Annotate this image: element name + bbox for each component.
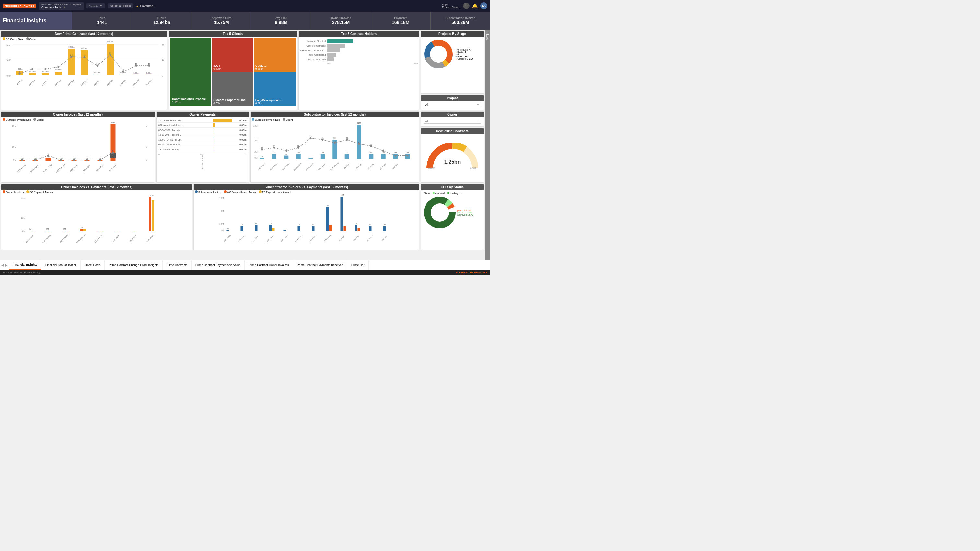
svg-text:16M: 16M	[12, 125, 16, 127]
svg-rect-131	[345, 154, 349, 159]
owner-payments-header: Owner Payments	[156, 112, 248, 117]
payment-row-1: 007 - American Infras... 0.02bn	[157, 123, 248, 128]
svg-rect-196	[100, 231, 103, 231]
help-icon[interactable]: ?	[463, 3, 469, 9]
filters-tab[interactable]: Filters	[485, 30, 490, 260]
sub-inv-legend: Current Payment Due Count	[250, 117, 419, 122]
svg-text:23: 23	[346, 137, 348, 139]
procore-logo: PROCORE | ANALYTICS	[3, 3, 36, 8]
svg-text:18: 18	[370, 143, 372, 145]
payment-row-2: 02-24-1999 - Aquariu... 0.00bn	[157, 128, 248, 132]
svg-rect-228	[312, 226, 315, 231]
svg-text:0M: 0M	[255, 157, 258, 159]
payment-row-4: 15091 - UT-RBRH Str... 0.00bn	[157, 137, 248, 142]
svg-rect-230	[326, 207, 329, 231]
tab-prime-cor[interactable]: Prime Cor	[347, 260, 369, 270]
svg-text:29: 29	[109, 52, 111, 54]
svg-text:13: 13	[135, 63, 137, 65]
svg-rect-201	[149, 197, 151, 231]
nav-breadcrumb[interactable]: Procore Analytics Demo Company Company T…	[39, 2, 84, 10]
svg-text:2024 Feb: 2024 Feb	[93, 79, 101, 86]
svg-rect-231	[329, 225, 332, 231]
svg-rect-122	[284, 156, 288, 159]
project-filter-header: Project	[421, 95, 484, 101]
svg-rect-225	[283, 230, 286, 231]
svg-text:2M: 2M	[255, 222, 257, 224]
svg-text:3: 3	[146, 125, 147, 127]
payment-bar-5	[213, 143, 232, 146]
svg-rect-220	[255, 225, 258, 231]
svg-rect-198	[117, 231, 120, 231]
svg-text:16M: 16M	[150, 194, 154, 196]
nav-portfolio[interactable]: Portfolio ▼	[86, 3, 105, 8]
svg-point-68	[430, 46, 447, 62]
subcontractor-invoices-card: Subcontractor Invoices (last 12 months) …	[250, 111, 419, 183]
terms-link[interactable]: Terms of Service	[3, 271, 22, 274]
svg-text:0M: 0M	[22, 230, 25, 232]
svg-rect-27	[94, 75, 101, 75]
svg-text:2023 Dece...: 2023 Dece...	[280, 234, 288, 242]
svg-text:1M: 1M	[345, 152, 348, 154]
owner-dropdown-arrow: ▼	[477, 120, 479, 123]
page-title-metric: Financial Insights	[0, 12, 72, 30]
project-filter-dropdown[interactable]: All ▼	[423, 102, 481, 107]
cos-status-vals: proc... 0.67M pendi... 1.56M approved 14…	[457, 209, 474, 216]
tab-financial-tool[interactable]: Financial Tool Utilization	[41, 260, 81, 270]
tab-prime-change-order[interactable]: Prime Contract Change Order Insights	[105, 260, 162, 270]
privacy-link[interactable]: Privacy Policy	[24, 271, 40, 274]
svg-text:2024 Janua...: 2024 Janua...	[294, 234, 303, 243]
svg-text:9M: 9M	[334, 137, 336, 139]
holder-bar-2	[327, 48, 340, 52]
svg-text:2024 February: 2024 February	[329, 162, 339, 171]
notifications-icon[interactable]: 🔔	[472, 3, 478, 8]
svg-text:2024 Janua...: 2024 Janua...	[318, 162, 327, 171]
svg-text:12: 12	[297, 145, 299, 147]
svg-text:1M: 1M	[298, 224, 300, 226]
cos-donut-area: proc... 0.67M pendi... 1.56M approved 14…	[422, 195, 482, 230]
metric-pcs: PC's 1441	[72, 12, 132, 30]
svg-rect-233	[340, 197, 343, 231]
svg-rect-199	[132, 231, 134, 231]
svg-text:2023 August: 2023 August	[257, 162, 266, 171]
tab-prime-payments-received[interactable]: Prime Contract Payments Received	[293, 260, 348, 270]
favorites[interactable]: ★ Favorites	[136, 4, 153, 8]
owner-filter-dropdown[interactable]: All ▼	[423, 119, 481, 124]
svg-text:12: 12	[261, 147, 263, 149]
svg-text:2024 April: 2024 April	[338, 235, 345, 241]
top-nav: PROCORE | ANALYTICS Procore Analytics De…	[0, 0, 490, 12]
new-prime-contracts-card: New Prime Contracts (last 12 months) PC …	[1, 31, 167, 110]
svg-text:21: 21	[321, 137, 324, 139]
svg-text:1M: 1M	[312, 224, 314, 226]
svg-text:2024 July: 2024 July	[391, 163, 398, 170]
tab-prime-owner-invoices[interactable]: Prime Contract Owner Invoices	[245, 260, 293, 270]
holder-bar-0	[327, 39, 353, 43]
tab-prime-contracts[interactable]: Prime Contracts	[163, 260, 192, 270]
tab-direct-costs[interactable]: Direct Costs	[81, 260, 105, 270]
stage-donut-svg	[422, 38, 455, 70]
svg-rect-189	[63, 231, 65, 231]
svg-rect-12	[29, 73, 36, 75]
projects-stage-content: ● 0. Request 47 ● Design 6 ● 6... ● Bidd…	[421, 37, 484, 71]
top5-holders-card: Top 5 Contract Holders Montesa Electrica…	[299, 31, 419, 110]
svg-rect-120	[272, 154, 277, 159]
tab-financial-insights[interactable]: Financial Insights	[9, 260, 41, 270]
avatar[interactable]: LK	[480, 2, 487, 10]
svg-text:0M: 0M	[63, 228, 66, 230]
svg-text:25: 25	[83, 55, 86, 57]
svg-text:2M: 2M	[355, 222, 358, 224]
svg-text:2: 2	[146, 159, 147, 161]
sub-inv-vs-legend: Subcontractor Invoices WO Payment Issued…	[194, 190, 419, 194]
svg-text:2023 Sep: 2023 Sep	[29, 79, 36, 86]
payment-bar-3	[213, 133, 232, 137]
svg-rect-226	[298, 226, 301, 231]
select-project[interactable]: Select a Project	[108, 3, 133, 8]
svg-text:0M: 0M	[13, 159, 16, 161]
tab-prime-payments-value[interactable]: Prime Contract Payments vs Value	[191, 260, 245, 270]
svg-text:1M: 1M	[285, 153, 288, 155]
owner-inv-vs-header: Owner Invoices vs. Payments (last 12 mon…	[1, 184, 192, 190]
tab-scroll-left[interactable]: ◀ ▶	[0, 263, 9, 267]
metric-owner-invoices: Owner Invoices 278.15M	[311, 12, 371, 30]
svg-text:0M: 0M	[29, 228, 32, 230]
top5-clients-treemap: Construcciones Procore 1.12bn IDOT 0.43b…	[169, 37, 297, 107]
svg-rect-222	[269, 225, 272, 231]
